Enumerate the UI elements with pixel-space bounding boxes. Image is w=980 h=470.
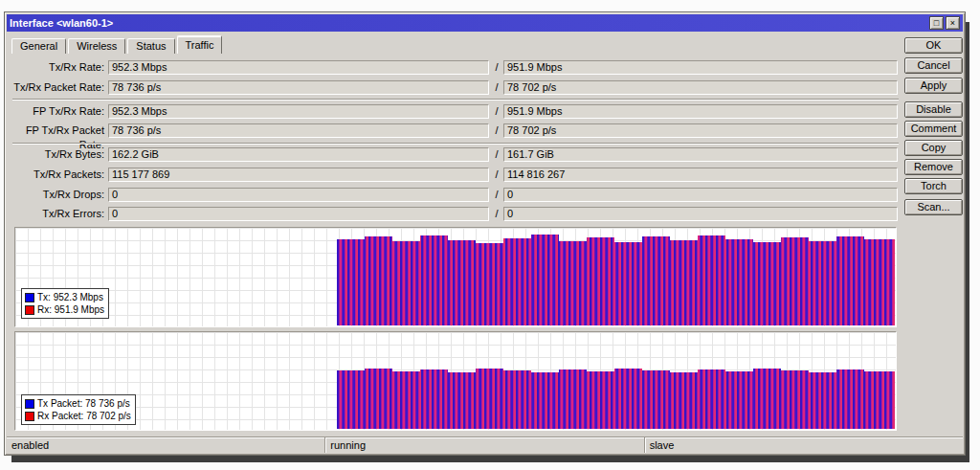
cancel-button[interactable]: Cancel <box>904 57 963 74</box>
slash-separator: / <box>490 168 503 182</box>
slash-separator: / <box>490 207 503 221</box>
txrx-drops-rx-field[interactable]: 0 <box>503 188 898 202</box>
txrx-bytes-label: Tx/Rx Bytes: <box>5 147 104 162</box>
rx-packet-legend-swatch <box>25 412 34 421</box>
txrx-errors-label: Tx/Rx Errors: <box>5 207 104 221</box>
rx-legend-label: Rx: 951.9 Mbps <box>37 303 104 316</box>
rx-packet-legend-label: Rx Packet: 78 702 p/s <box>37 410 131 422</box>
txrx-drops-tx-field[interactable]: 0 <box>108 188 489 202</box>
slash-separator: / <box>490 123 503 138</box>
tab-strip: General Wireless Status Traffic <box>11 35 224 54</box>
packet-rate-chart: Tx Packet: 78 736 p/s Rx Packet: 78 702 … <box>14 331 897 431</box>
copy-button[interactable]: Copy <box>904 140 963 156</box>
tx-packet-legend-swatch <box>25 399 34 409</box>
traffic-rate-legend: Tx: 952.3 Mbps Rx: 951.9 Mbps <box>21 288 109 319</box>
slash-separator: / <box>490 147 503 162</box>
tab-traffic[interactable]: Traffic <box>177 35 223 54</box>
status-running: running <box>324 437 643 453</box>
txrx-errors-rx-field[interactable]: 0 <box>503 207 898 221</box>
close-icon[interactable]: × <box>946 16 960 30</box>
txrx-packet-rate-label: Tx/Rx Packet Rate: <box>5 80 104 95</box>
packet-rate-legend: Tx Packet: 78 736 p/s Rx Packet: 78 702 … <box>21 394 136 425</box>
maximize-icon[interactable]: □ <box>929 16 944 30</box>
txrx-packet-rate-tx-field[interactable]: 78 736 p/s <box>108 80 489 95</box>
slash-separator: / <box>490 60 503 75</box>
fp-txrx-rate-rx-field[interactable]: 951.9 Mbps <box>503 104 898 119</box>
txrx-rate-tx-field[interactable]: 952.3 Mbps <box>108 60 489 75</box>
tab-wireless[interactable]: Wireless <box>68 38 125 54</box>
fp-txrx-packet-rate-tx-field[interactable]: 78 736 p/s <box>108 123 489 138</box>
title-bar: Interface <wlan60-1> □ × <box>7 14 963 32</box>
window-title: Interface <wlan60-1> <box>10 17 927 29</box>
status-slave: slave <box>644 437 963 453</box>
group-separator <box>12 99 899 101</box>
traffic-rate-chart: Tx: 952.3 Mbps Rx: 951.9 Mbps <box>14 227 897 327</box>
remove-button[interactable]: Remove <box>904 159 963 175</box>
txrx-rate-rx-field[interactable]: 951.9 Mbps <box>503 60 898 75</box>
txrx-errors-tx-field[interactable]: 0 <box>108 207 489 221</box>
tx-packet-legend-label: Tx Packet: 78 736 p/s <box>37 397 130 410</box>
status-enabled: enabled <box>7 437 324 453</box>
tx-legend-swatch <box>25 293 34 302</box>
txrx-bytes-rx-field[interactable]: 161.7 GiB <box>503 147 898 162</box>
slash-separator: / <box>490 104 503 119</box>
txrx-packets-label: Tx/Rx Packets: <box>5 168 104 182</box>
disable-button[interactable]: Disable <box>904 101 963 118</box>
scan-button[interactable]: Scan... <box>904 199 963 215</box>
group-separator <box>12 143 899 145</box>
tab-general[interactable]: General <box>11 38 66 54</box>
apply-button[interactable]: Apply <box>904 78 963 94</box>
txrx-drops-label: Tx/Rx Drops: <box>5 188 104 202</box>
rx-legend-swatch <box>25 305 34 315</box>
torch-button[interactable]: Torch <box>904 178 963 194</box>
fp-txrx-rate-tx-field[interactable]: 952.3 Mbps <box>108 104 489 119</box>
status-bar: enabled running slave <box>7 436 963 453</box>
txrx-packets-rx-field[interactable]: 114 816 267 <box>503 168 898 182</box>
packet-rate-bars <box>337 368 895 429</box>
fp-txrx-rate-label: FP Tx/Rx Rate: <box>5 104 104 119</box>
interface-dialog: Interface <wlan60-1> □ × General Wireles… <box>4 11 966 456</box>
slash-separator: / <box>490 80 503 95</box>
txrx-packets-tx-field[interactable]: 115 177 869 <box>108 168 489 182</box>
comment-button[interactable]: Comment <box>904 121 963 137</box>
txrx-packet-rate-rx-field[interactable]: 78 702 p/s <box>503 80 898 95</box>
tx-legend-label: Tx: 952.3 Mbps <box>37 291 103 303</box>
ok-button[interactable]: OK <box>904 37 963 54</box>
slash-separator: / <box>490 188 503 202</box>
tab-status[interactable]: Status <box>127 38 174 54</box>
fp-txrx-packet-rate-rx-field[interactable]: 78 702 p/s <box>503 123 898 138</box>
txrx-bytes-tx-field[interactable]: 162.2 GiB <box>108 147 489 162</box>
txrx-rate-label: Tx/Rx Rate: <box>5 60 104 75</box>
traffic-rate-bars <box>337 234 895 325</box>
